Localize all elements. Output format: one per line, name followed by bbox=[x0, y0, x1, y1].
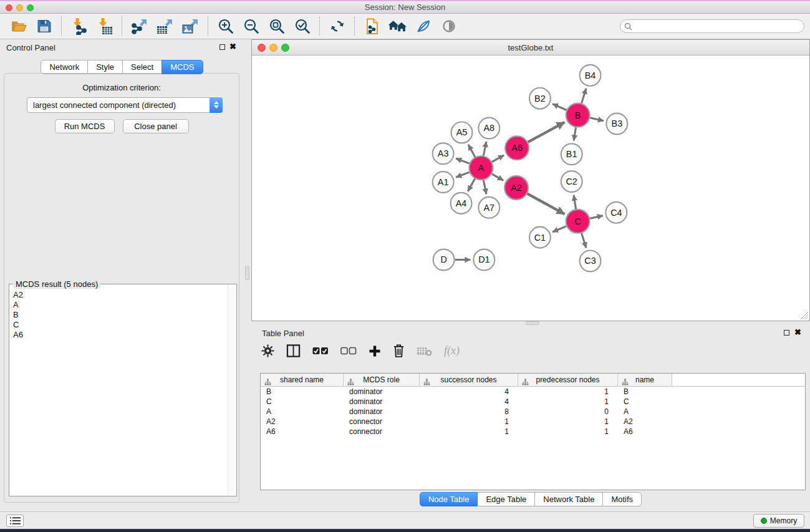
birdseye-view-button[interactable] bbox=[436, 16, 461, 37]
table-row-b[interactable]: Bdominator41B bbox=[261, 387, 805, 397]
zoom-out-button[interactable] bbox=[238, 16, 264, 37]
graph-edge-A6-B[interactable] bbox=[528, 122, 565, 142]
graph-edge-B-B1[interactable] bbox=[574, 127, 576, 140]
graphics-details-button[interactable] bbox=[410, 16, 436, 37]
delete-table-button[interactable] bbox=[417, 346, 432, 357]
table-row-a2[interactable]: A2connector11A2 bbox=[261, 417, 805, 427]
column-header-shared-name[interactable]: shared name bbox=[261, 374, 344, 386]
home-button[interactable] bbox=[385, 16, 410, 37]
graph-edge-A2-C[interactable] bbox=[528, 194, 565, 215]
clone-network-button[interactable] bbox=[359, 16, 385, 37]
graph-edge-A-A8[interactable] bbox=[483, 142, 486, 156]
cell-successor-nodes: 4 bbox=[420, 397, 518, 406]
import-table-button[interactable] bbox=[92, 16, 117, 37]
birdseye-view-icon bbox=[441, 19, 456, 34]
tab-mcds[interactable]: MCDS bbox=[162, 60, 203, 74]
memory-button[interactable]: Memory bbox=[753, 514, 804, 528]
save-session-button[interactable] bbox=[31, 16, 57, 37]
graph-node-label-B1: B1 bbox=[566, 149, 577, 159]
graph-edge-C-C1[interactable] bbox=[552, 226, 566, 232]
graph-edge-C-C2[interactable] bbox=[574, 195, 576, 209]
network-canvas[interactable]: AA1A2A3A4A5A6A7A8BB1B2B3B4CC1C2C3C4DD1 bbox=[253, 56, 809, 320]
toolbar-separator bbox=[61, 17, 62, 36]
minimize-window-button[interactable] bbox=[16, 4, 23, 11]
graph-edge-B-B2[interactable] bbox=[552, 104, 566, 110]
zoom-selected-button[interactable] bbox=[289, 16, 315, 37]
result-item-a6[interactable]: A6 bbox=[10, 330, 228, 340]
graph-node-label-C1: C1 bbox=[534, 233, 546, 243]
graph-edge-C-C4[interactable] bbox=[590, 216, 603, 219]
table-row-a[interactable]: Adominator80A bbox=[261, 407, 805, 417]
network-zoom-button[interactable] bbox=[281, 44, 289, 52]
result-item-a2[interactable]: A2 bbox=[10, 290, 228, 300]
delete-columns-button[interactable] bbox=[393, 344, 405, 358]
graph-edge-B-B3[interactable] bbox=[590, 118, 604, 121]
search-input[interactable] bbox=[620, 19, 804, 33]
show-columns-icon bbox=[286, 344, 301, 357]
tab-motifs[interactable]: Motifs bbox=[602, 492, 642, 506]
export-network-button[interactable] bbox=[127, 16, 152, 37]
zoom-fit-button[interactable] bbox=[264, 16, 289, 37]
import-network-button[interactable] bbox=[66, 16, 92, 37]
float-panel-icon[interactable] bbox=[219, 44, 225, 50]
column-header-MCDS-role[interactable]: MCDS role bbox=[344, 374, 420, 386]
float-table-panel-icon[interactable] bbox=[784, 330, 789, 336]
tab-node-table[interactable]: Node Table bbox=[420, 492, 478, 506]
function-builder-button[interactable]: f(x) bbox=[444, 344, 460, 357]
result-item-b[interactable]: B bbox=[10, 310, 228, 320]
export-image-button[interactable] bbox=[178, 16, 203, 37]
tab-select[interactable]: Select bbox=[122, 60, 162, 74]
graph-edge-A-A1[interactable] bbox=[456, 172, 470, 177]
tab-network-table[interactable]: Network Table bbox=[534, 492, 603, 506]
tab-network[interactable]: Network bbox=[41, 60, 88, 74]
graph-edge-A-A3[interactable] bbox=[456, 158, 470, 163]
result-item-c[interactable]: C bbox=[10, 320, 228, 330]
table-options-button[interactable] bbox=[261, 344, 274, 357]
table-row-c[interactable]: Cdominator41C bbox=[261, 397, 805, 407]
column-header-successor-nodes[interactable]: successor nodes bbox=[420, 374, 518, 386]
run-mcds-button[interactable]: Run MCDS bbox=[55, 119, 115, 133]
cell-predecessor-nodes: 1 bbox=[518, 397, 618, 406]
task-history-button[interactable] bbox=[6, 515, 24, 527]
cell-name: A6 bbox=[618, 427, 672, 436]
clone-network-icon bbox=[365, 18, 380, 34]
column-header-name[interactable]: name bbox=[618, 374, 672, 386]
resize-grip-icon[interactable] bbox=[800, 311, 809, 320]
graph-node-label-C: C bbox=[574, 216, 581, 226]
column-header-predecessor-nodes[interactable]: predecessor nodes bbox=[518, 374, 618, 386]
close-panel-button[interactable]: Close panel bbox=[123, 119, 189, 133]
graph-edge-A-A7[interactable] bbox=[483, 180, 486, 195]
cell-shared-name: A2 bbox=[261, 417, 344, 426]
graph-node-label-A6: A6 bbox=[511, 143, 523, 153]
criterion-dropdown[interactable]: largest connected component (directed) bbox=[27, 97, 223, 113]
network-minimize-button[interactable] bbox=[269, 44, 277, 52]
tab-edge-table[interactable]: Edge Table bbox=[477, 492, 535, 506]
result-list-scrollbar[interactable] bbox=[228, 285, 236, 495]
graph-edge-B-B4[interactable] bbox=[582, 89, 586, 104]
select-all-rows-icon bbox=[312, 347, 329, 355]
vertical-splitter-handle[interactable] bbox=[245, 266, 249, 280]
window-controls bbox=[6, 4, 34, 11]
refresh-layout-button[interactable] bbox=[324, 16, 350, 37]
graph-edge-A-A2[interactable] bbox=[492, 174, 504, 180]
add-column-button[interactable] bbox=[369, 345, 381, 357]
tab-style[interactable]: Style bbox=[87, 60, 123, 74]
open-session-button[interactable] bbox=[6, 16, 31, 37]
graph-edge-A-A5[interactable] bbox=[468, 145, 475, 157]
close-panel-icon[interactable]: ✖ bbox=[229, 42, 236, 52]
table-row-a6[interactable]: A6connector11A6 bbox=[261, 427, 805, 437]
graph-edge-A-A4[interactable] bbox=[468, 179, 475, 191]
deselect-all-rows-button[interactable] bbox=[340, 347, 357, 355]
network-close-button[interactable] bbox=[258, 44, 266, 52]
graph-edge-A-A6[interactable] bbox=[492, 155, 504, 162]
zoom-in-button[interactable] bbox=[213, 16, 238, 37]
close-table-panel-icon[interactable]: ✖ bbox=[794, 327, 801, 337]
close-window-button[interactable] bbox=[6, 4, 12, 11]
result-item-a[interactable]: A bbox=[10, 300, 228, 310]
graph-edge-C-C3[interactable] bbox=[582, 233, 586, 248]
export-table-button[interactable] bbox=[152, 16, 178, 37]
search-icon bbox=[624, 22, 632, 31]
select-all-rows-button[interactable] bbox=[312, 347, 329, 355]
show-columns-button[interactable] bbox=[286, 344, 301, 357]
zoom-window-button[interactable] bbox=[27, 4, 34, 11]
